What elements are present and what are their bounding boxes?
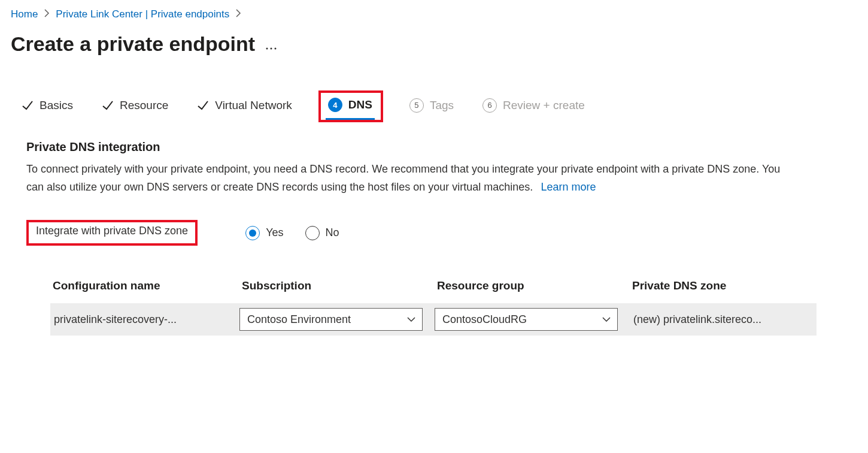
col-private-dns-zone: Private DNS zone — [630, 276, 809, 303]
more-actions-button[interactable] — [266, 29, 277, 53]
step-number-badge: 6 — [482, 98, 497, 113]
table-row: privatelink-siterecovery-... Contoso Env… — [50, 303, 817, 336]
tab-tags[interactable]: 5 Tags — [407, 95, 456, 119]
page-header: Create a private endpoint — [0, 20, 868, 56]
svg-point-0 — [266, 48, 268, 50]
step-number-badge: 5 — [409, 98, 424, 113]
integrate-dns-radio-group: Yes No — [245, 226, 339, 240]
resource-group-select[interactable]: ContosoCloudRG — [435, 308, 618, 331]
learn-more-link[interactable]: Learn more — [541, 181, 596, 193]
col-config-name: Configuration name — [50, 276, 236, 303]
tab-virtual-network[interactable]: Virtual Network — [195, 95, 294, 118]
radio-yes[interactable]: Yes — [245, 226, 283, 240]
radio-no[interactable]: No — [305, 226, 339, 240]
svg-point-2 — [275, 48, 277, 50]
check-icon — [22, 99, 34, 111]
tab-tags-label: Tags — [430, 99, 454, 112]
radio-icon — [305, 226, 320, 240]
chevron-down-icon — [602, 315, 611, 324]
dns-zone-table: Configuration name Subscription Resource… — [50, 276, 817, 336]
tab-review-create[interactable]: 6 Review + create — [480, 95, 587, 119]
subscription-select-value: Contoso Environment — [247, 313, 351, 326]
tab-vnet-label: Virtual Network — [215, 99, 292, 112]
table-header: Configuration name Subscription Resource… — [50, 276, 817, 303]
tab-basics[interactable]: Basics — [19, 95, 75, 118]
section-title: Private DNS integration — [26, 140, 790, 154]
dns-section: Private DNS integration To connect priva… — [0, 122, 790, 336]
breadcrumb-private-link-center[interactable]: Private Link Center | Private endpoints — [56, 8, 229, 20]
col-subscription: Subscription — [239, 276, 431, 303]
tab-basics-label: Basics — [40, 99, 73, 112]
section-description: To connect privately with your private e… — [26, 160, 790, 196]
cell-private-dns-zone: (new) privatelink.sitereco... — [630, 310, 809, 330]
svg-point-1 — [271, 48, 272, 50]
page-title: Create a private endpoint — [11, 32, 255, 56]
tab-resource[interactable]: Resource — [99, 95, 171, 118]
subscription-select[interactable]: Contoso Environment — [239, 308, 423, 331]
cell-config-name: privatelink-siterecovery-... — [50, 310, 236, 330]
chevron-down-icon — [406, 315, 416, 324]
check-icon — [197, 99, 209, 111]
breadcrumb: Home Private Link Center | Private endpo… — [0, 0, 868, 20]
tab-review-label: Review + create — [503, 99, 585, 112]
highlight-annotation-dns-tab: 4 DNS — [318, 90, 383, 122]
radio-no-label: No — [326, 226, 339, 239]
integrate-dns-row: Integrate with private DNS zone Yes No — [26, 220, 790, 246]
radio-icon — [245, 226, 260, 240]
resource-group-select-value: ContosoCloudRG — [442, 313, 527, 326]
step-number-badge: 4 — [328, 98, 342, 112]
tab-resource-label: Resource — [120, 99, 168, 112]
tab-dns[interactable]: 4 DNS — [326, 94, 375, 120]
chevron-right-icon — [44, 8, 50, 20]
radio-yes-label: Yes — [266, 226, 283, 239]
check-icon — [102, 99, 114, 111]
breadcrumb-home[interactable]: Home — [11, 8, 38, 20]
section-description-text: To connect privately with your private e… — [26, 163, 780, 193]
integrate-dns-label: Integrate with private DNS zone — [36, 225, 188, 237]
chevron-right-icon — [235, 8, 241, 20]
tab-dns-label: DNS — [348, 98, 372, 111]
highlight-annotation-integrate-label: Integrate with private DNS zone — [26, 220, 198, 246]
col-resource-group: Resource group — [435, 276, 626, 303]
wizard-tabs: Basics Resource Virtual Network 4 DNS 5 … — [0, 56, 868, 122]
